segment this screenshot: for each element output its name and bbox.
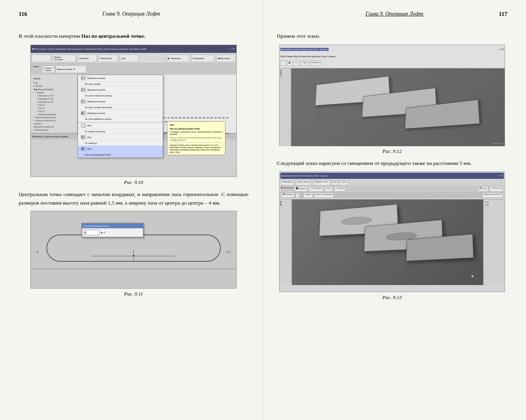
tooltip-subtitle: Паз по центральной точке [170,127,223,130]
sidebar-item-14: □Эскиз3 [32,122,76,125]
preview-btn[interactable]: ◀ Просмотр [216,54,236,62]
sidebar-item-9: □ Ось Y [32,107,76,110]
fig913-btn-work[interactable]: Работа с вставками [314,192,333,198]
fig911-caption: Рис. 9.11 [19,291,248,297]
primitive-btn[interactable]: ▶ Примитив [166,54,190,62]
menu-item-rect2[interactable]: ◇ Прямоугольник [78,87,163,93]
fig913-right-panel: Deco ✓ ✗ □⬜ [483,200,505,285]
dim-label-4: 4 [37,250,39,254]
body-text-right-span: Следующий эскиз нарисуем со смещением от… [277,160,471,166]
menu-item-slot2-sub[interactable]: От одной до [78,141,163,146]
tab-view[interactable]: Вид [332,180,339,186]
menu-item-rect1[interactable]: □ Прямоугольник [78,75,163,82]
chapter-title-underline: Глава 9. Операция Лофт [366,11,424,17]
figure-911: Редактирование разм... ▾ ✓ [30,211,237,289]
fig913-btn-params[interactable]: □ Условия [334,186,346,192]
menu-item-slot1[interactable]: ⬜ Паз [78,122,163,129]
new-btn[interactable]: 📄 [32,54,51,62]
fig913-btn-sketch[interactable]: Эскиз [325,186,333,192]
fig912-toolbar-row3: 📄 ▶ 🔧 □ Вид Вставить [280,60,504,67]
dim-line-bottom [31,269,236,269]
dropdown-menu[interactable]: □ Прямоугольник По двум точкам ◇ Прямоуг… [77,75,163,158]
sidebar-item-1: ▽ ▲ [32,81,76,84]
sidebar-item-10: □ Ось Z [32,110,76,113]
fig912-btn2[interactable]: ▶ [287,61,292,66]
2d-sketch-btn[interactable]: Начать2D-эскиз [53,54,76,62]
status-text: Нажмите F1 для получения справки [32,135,68,138]
app-title: ■ 3D-модель Эскиз Проверка Инструменты У… [32,47,146,51]
menu-item-rect1-sub[interactable]: По двум точкам [78,82,163,87]
sidebar-item-11: - начало координат [32,113,76,116]
fig913-label1: ▶ Маркировка [281,186,293,192]
sidebar-tree: Эскиз ▽ ▲ □ Сеткаи ▼ ▶ Вид (Главный) + н… [31,75,77,133]
slot-on-shape1 [341,216,372,226]
menu-item-slot3[interactable]: ⊕ Паз [78,146,163,152]
body-text-right: Следующий эскиз нарисуем со смещением от… [277,159,507,168]
menu-item-rect3-sub[interactable]: По двум точкам или центру [78,105,163,110]
sidebar-item-12: + □Деталь-Плоскость1 [32,116,76,119]
rectangle-dropdown[interactable]: Прямоугольник ▼ [55,65,86,73]
fig912-menu: Файл Правка Вид Вставка Инструменты Окно… [280,55,335,58]
fig913-btn-close[interactable]: □ Глобальные [309,186,324,192]
fig913-title: ■ Autodesk Inventor Professional 2016 - … [282,175,328,177]
menu-item-rect3[interactable]: □ Прямоугольник [78,98,163,105]
fig913-btn-save[interactable]: 💾 Сохр. [478,186,489,192]
left-page: 116 Глава 9. Операция Лофт В этой плоско… [0,0,263,420]
chapter-title-left: Глава 9. Операция Лофт [0,11,262,17]
menu-item-slot3-sub[interactable]: Паз по центральной точке [78,152,163,158]
fig913-toolbar: ■ Autodesk Inventor Professional 2016 - … [280,172,505,200]
chapter-title-right: Глава 9. Операция Лофт [263,11,526,17]
menu-item-rect4[interactable]: ◈ Прямоугольник [78,110,163,117]
toolbar3-label: Эскиз [32,65,40,74]
dim-label-15-right: 1,5 [226,250,230,254]
fig913-btn-monitor[interactable]: 🖥 Монитор [281,192,294,198]
surface-btn[interactable]: Окружность [99,54,118,62]
form-btn[interactable]: Дуга [120,54,139,62]
intro-text-span: В этой плоскости начертим [19,33,81,39]
slot1-icon: ⬜ [81,124,86,128]
copy-btn[interactable]: Копировать [191,54,215,62]
update-btn[interactable]: Обновить [77,54,97,62]
fig913-btn-plane[interactable]: □ Плоскость [489,186,503,192]
figure-913: ■ Autodesk Inventor Professional 2016 - … [279,172,505,292]
menu-item-slot2[interactable]: ⊡ Паз [78,134,163,141]
fig913-plus: + [301,192,302,198]
tooltip-prompt: Укажите центр паза и разместите центр 2-… [170,142,223,153]
fig913-viewport: Deco ✓ ✗ □⬜ [292,200,505,285]
tab-amc[interactable]: Добавить А.М.С. [313,180,331,186]
menu-item-rect2-sub[interactable]: По трём точкам или центру [78,93,163,98]
fig910-titlebar: ■ 3D-модель Эскиз Проверка Инструменты У… [31,45,236,53]
tab-marking[interactable]: Маркировка [281,180,294,186]
edit-dialog[interactable]: Редактирование разм... ▾ ✓ [81,223,144,238]
rect4-icon: ◈ [81,111,86,115]
fig913-toolbar-row2: ▶ Маркировка ⬛ Открыть □ Глобальные Эски… [280,186,504,192]
fig912-btn1[interactable]: 📄 [280,61,286,66]
fig912-btn5[interactable]: Вставить [310,61,321,66]
fig913-titlebar: ■ Autodesk Inventor Professional 2016 - … [280,173,504,179]
dialog-input[interactable] [84,230,99,235]
fig913-winctrl: ▫ ▫ ✕ [498,174,502,177]
fig912-btn4[interactable]: □ Вид [301,61,309,66]
fig913-btn-create[interactable]: Создать [303,192,313,198]
fig910-caption: Рис. 9.10 [19,179,248,186]
rect3-icon: □ [81,100,86,103]
fig912-toolbar-row2: Файл Правка Вид Вставка Инструменты Окно… [280,53,504,60]
center-mark [133,255,134,256]
menu-item-rect4-sub[interactable]: По трём крайним и центру [78,117,163,122]
fig913-checkboxes: ✓ ✗ □⬜ [484,204,504,206]
fig913-btn-right[interactable]: Рабочие элементы ▼ [482,192,503,198]
fig912-toolbar: ■ Autodesk Inventor Professional 2016 - … [280,45,505,68]
fig912-sidebar-text: ▶▶▼▼ [280,68,291,79]
tab-sketch[interactable]: Эскиз [340,180,348,186]
tooltip-desc: Создание эллипсного паза, определяемого … [170,131,223,135]
figure-912: ■ Autodesk Inventor Professional 2016 - … [279,45,505,146]
intro-text: В этой плоскости начертим Паз по централ… [19,32,248,40]
fig913-btn-open[interactable]: ⬛ Открыть [294,186,308,192]
menu-item-slot1-sub[interactable]: От центра до центра [78,129,163,134]
fig913-btn-a[interactable]: A [296,192,300,198]
tab-start[interactable]: Начало работы [296,180,311,186]
fig912-btn3[interactable]: 🔧 [294,61,299,66]
point-btn[interactable]: А Текст++ Точка [42,65,54,73]
tooltip: Паз Паз по центральной точке Создание эл… [167,121,225,155]
content-right: Примем этот эскиз. ■ Autodesk Inventor P… [277,32,507,301]
